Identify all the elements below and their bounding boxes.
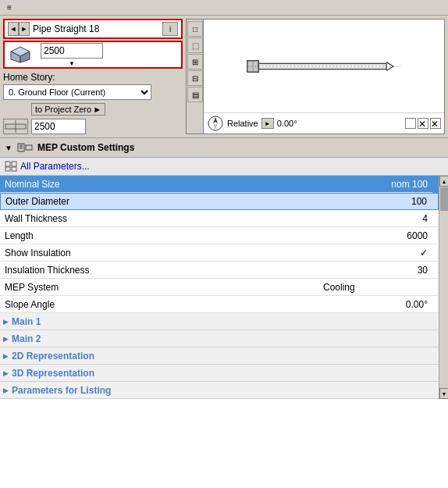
param-row-outer-diameter[interactable]: Outer Diameter 100 — [0, 193, 439, 210]
main-container: ≡ ◄ ► Pipe Straight 18 i — [0, 0, 448, 488]
checkbox-2[interactable]: ✕ — [418, 118, 428, 129]
project-zero-arrow: ► — [93, 105, 101, 114]
title-bar: ◄ ► Pipe Straight 18 i — [3, 19, 183, 39]
next-button[interactable]: ► — [19, 22, 30, 36]
element-title: Pipe Straight 18 — [33, 23, 159, 34]
param-value-show-insulation: ✓ — [292, 246, 432, 260]
param-value-slope-angle: 0.00° — [292, 297, 432, 312]
group-arrow-listing: ▶ — [3, 386, 9, 394]
params-icon — [5, 160, 17, 173]
prev-button[interactable]: ◄ — [8, 22, 19, 36]
group-label-main1: Main 1 — [12, 316, 41, 327]
param-row-mep-system[interactable]: MEP System Cooling — [0, 279, 439, 296]
param-row-length[interactable]: Length 6000 — [0, 227, 439, 244]
params-area: All Parameters... Nominal Size nom 100 O… — [0, 157, 448, 488]
group-row-3d[interactable]: ▶ 3D Representation — [0, 365, 439, 382]
param-row-wall-thickness[interactable]: Wall Thickness 4 — [0, 210, 439, 227]
param-row-insulation-thickness[interactable]: Insulation Thickness 30 — [0, 262, 439, 279]
toolbar-btn-1[interactable]: □ — [187, 21, 203, 37]
toolbar-btn-3[interactable]: ⊞ — [187, 54, 203, 69]
param-row-show-insulation[interactable]: Show Insulation ✓ — [0, 244, 439, 262]
params-list: Nominal Size nom 100 Outer Diameter 100 … — [0, 176, 439, 399]
scroll-track — [439, 212, 448, 388]
mep-section: ▼ MEP Custom Settings — [0, 137, 448, 157]
element-size-row: ▼ — [3, 41, 183, 69]
home-story-dropdown-row: 0. Ground Floor (Current) — [3, 84, 183, 100]
right-toolbar: □ ⬚ ⊞ ⊟ ▤ — [187, 20, 204, 134]
project-zero-label: to Project Zero — [35, 105, 91, 114]
elevation-icon — [3, 119, 28, 134]
param-value-mep-system: Cooling — [292, 280, 432, 294]
nav-arrows: ◄ ► — [8, 22, 30, 36]
svg-line-11 — [386, 66, 393, 70]
mep-collapse-arrow[interactable]: ▼ — [5, 144, 12, 152]
group-label-3d: 3D Representation — [12, 368, 94, 379]
group-label-2d: 2D Representation — [12, 351, 94, 362]
param-name-show-insulation: Show Insulation — [0, 246, 292, 260]
group-label-main2: Main 2 — [12, 333, 41, 344]
header-icon: ≡ — [3, 2, 16, 14]
checkbox-3[interactable]: ✕ — [430, 118, 441, 129]
element-value-input[interactable] — [41, 43, 103, 59]
group-arrow-3d: ▶ — [3, 369, 9, 377]
svg-marker-15 — [213, 123, 218, 130]
svg-rect-23 — [12, 162, 16, 166]
mep-icon — [17, 141, 33, 154]
right-scrollbar: ▲ ▼ — [439, 176, 448, 399]
checkbox-1[interactable] — [405, 118, 416, 129]
preview-area: Relative ► 0.00° ✕ ✕ — [204, 20, 444, 134]
toolbar-btn-4[interactable]: ⊟ — [187, 70, 203, 86]
group-row-main1[interactable]: ▶ Main 1 — [0, 313, 439, 330]
left-panel: ◄ ► Pipe Straight 18 i — [3, 19, 183, 134]
toolbar-btn-5[interactable]: ▤ — [187, 87, 203, 102]
all-params-label[interactable]: All Parameters... — [20, 161, 90, 172]
relative-bar: Relative ► 0.00° ✕ ✕ — [204, 112, 444, 134]
info-button[interactable]: i — [162, 22, 178, 36]
svg-rect-21 — [5, 162, 10, 166]
angle-value: 0.00° — [277, 119, 297, 128]
param-row-slope-angle[interactable]: Slope Angle 0.00° — [0, 296, 439, 313]
home-story-label: Home Story: — [3, 70, 183, 84]
param-name-mep-system: MEP System — [0, 280, 292, 294]
group-row-2d[interactable]: ▶ 2D Representation — [0, 347, 439, 365]
checkboxes-row: ✕ ✕ — [405, 118, 441, 129]
group-label-listing: Parameters for Listing — [12, 385, 111, 396]
home-story-select[interactable]: 0. Ground Floor (Current) — [3, 84, 151, 100]
svg-rect-22 — [5, 167, 10, 171]
group-arrow-2d: ▶ — [3, 352, 9, 360]
relative-label: Relative — [227, 119, 258, 128]
param-name-length: Length — [0, 229, 292, 243]
group-arrow-main2: ▶ — [3, 335, 9, 343]
mep-title: MEP Custom Settings — [37, 142, 134, 153]
element-icon — [8, 44, 36, 66]
param-blue-bar-1 — [432, 176, 439, 193]
top-area: ◄ ► Pipe Straight 18 i — [0, 16, 448, 134]
value-down-arrow: ▼ — [69, 60, 75, 67]
svg-line-10 — [386, 62, 393, 66]
scroll-down-button[interactable]: ▼ — [439, 388, 448, 399]
param-name-insulation-thickness: Insulation Thickness — [0, 263, 292, 277]
param-row-nominal-size[interactable]: Nominal Size nom 100 — [0, 176, 439, 193]
scroll-thumb[interactable] — [440, 187, 448, 211]
elevation-row — [3, 119, 183, 134]
pipe-drawing — [204, 20, 444, 112]
relative-arrow-btn[interactable]: ► — [261, 118, 274, 129]
param-value-insulation-thickness: 30 — [292, 263, 432, 277]
elevation-input[interactable] — [31, 119, 86, 134]
group-row-listing[interactable]: ▶ Parameters for Listing — [0, 382, 439, 399]
project-zero-row: to Project Zero ► — [3, 102, 183, 117]
svg-rect-20 — [26, 145, 32, 150]
param-value-length: 6000 — [292, 229, 432, 243]
svg-marker-14 — [213, 117, 218, 123]
toolbar-btn-2[interactable]: ⬚ — [187, 37, 203, 53]
param-name-outer-diameter: Outer Diameter — [1, 194, 291, 208]
group-row-main2[interactable]: ▶ Main 2 — [0, 330, 439, 347]
top-header: ≡ — [0, 0, 448, 16]
scroll-up-button[interactable]: ▲ — [439, 176, 448, 187]
home-story-section: Home Story: 0. Ground Floor (Current) — [3, 70, 183, 100]
params-with-scroll: Nominal Size nom 100 Outer Diameter 100 … — [0, 176, 448, 399]
all-params-bar: All Parameters... — [0, 158, 448, 176]
compass-icon — [207, 115, 224, 132]
svg-rect-24 — [12, 167, 16, 171]
project-zero-button[interactable]: to Project Zero ► — [31, 103, 105, 116]
